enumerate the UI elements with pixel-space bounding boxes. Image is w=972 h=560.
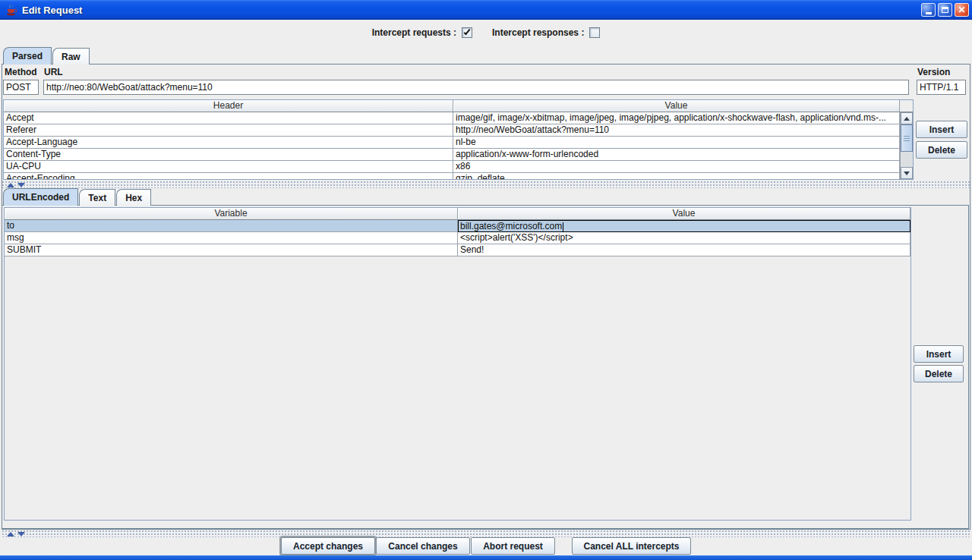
tab-parsed[interactable]: Parsed	[3, 47, 52, 64]
cancel-all-intercepts-button[interactable]: Cancel ALL intercepts	[572, 537, 691, 555]
table-row[interactable]: Accept-Language nl-be	[4, 137, 913, 149]
scroll-up-button[interactable]	[901, 112, 913, 124]
column-header[interactable]: Value	[453, 100, 900, 112]
header-cell[interactable]: Accept-Language	[4, 137, 453, 149]
column-header[interactable]: Variable	[5, 208, 458, 220]
window-controls: ✕	[921, 3, 969, 17]
scrollbar-thumb[interactable]	[901, 124, 913, 152]
content-view-tabs: URLEncoded Text Hex	[3, 188, 152, 206]
version-field[interactable]: HTTP/1.1	[917, 80, 966, 95]
close-button[interactable]: ✕	[955, 3, 969, 17]
scrollpane-corner	[900, 100, 913, 112]
value-cell[interactable]: gzip, deflate	[453, 173, 900, 180]
params-table: Variable Value to bill.gates@microsoft.c…	[4, 207, 911, 521]
arrow-down-icon	[904, 171, 910, 175]
headers-insert-button[interactable]: Insert	[916, 121, 967, 138]
params-table-header: Variable Value	[5, 208, 910, 220]
minimize-icon	[926, 12, 932, 14]
split-divider[interactable]	[2, 181, 970, 188]
version-label: Version	[917, 67, 950, 77]
header-cell[interactable]: Accept-Encoding	[4, 173, 453, 180]
tab-raw[interactable]: Raw	[52, 48, 90, 64]
split-divider[interactable]	[2, 530, 970, 537]
titlebar[interactable]: Edit Request ✕	[0, 0, 972, 20]
value-cell[interactable]: http://neo/WebGoat/attack?menu=110	[453, 124, 900, 137]
value-cell[interactable]: x86	[453, 161, 900, 173]
value-cell[interactable]: image/gif, image/x-xbitmap, image/jpeg, …	[453, 112, 900, 124]
tab-text[interactable]: Text	[79, 189, 115, 206]
value-cell[interactable]: Send!	[458, 244, 910, 256]
table-row[interactable]: SUBMIT Send!	[5, 244, 910, 256]
column-header[interactable]: Header	[4, 100, 453, 112]
cancel-changes-button[interactable]: Cancel changes	[376, 537, 470, 555]
tab-hex[interactable]: Hex	[116, 189, 151, 206]
value-cell-editor[interactable]: bill.gates@microsoft.com	[458, 220, 910, 232]
editor-text: bill.gates@microsoft.com	[460, 221, 562, 231]
java-cup-icon	[5, 4, 17, 17]
intercept-requests-label: Intercept requests :	[372, 27, 456, 38]
vertical-scrollbar[interactable]	[900, 112, 913, 179]
variable-cell[interactable]: SUBMIT	[5, 244, 458, 256]
edit-request-window: Edit Request ✕ Intercept requests : Inte…	[0, 0, 972, 560]
header-cell[interactable]: Content-Type	[4, 149, 453, 161]
collapse-up-icon[interactable]	[7, 532, 14, 536]
table-row[interactable]: msg <script>alert('XSS')</script>	[5, 232, 910, 244]
header-cell[interactable]: UA-CPU	[4, 161, 453, 173]
table-row[interactable]: Content-Type application/x-www-form-urle…	[4, 149, 913, 161]
header-cell[interactable]: Accept	[4, 112, 453, 124]
scroll-down-button[interactable]	[901, 167, 913, 179]
table-row[interactable]: Accept image/gif, image/x-xbitmap, image…	[4, 112, 913, 124]
table-row[interactable]: UA-CPU x86	[4, 161, 913, 173]
text-caret-icon	[563, 222, 563, 231]
table-row[interactable]: Referer http://neo/WebGoat/attack?menu=1…	[4, 124, 913, 137]
value-cell[interactable]: <script>alert('XSS')</script>	[458, 232, 910, 244]
tab-urlencoded[interactable]: URLEncoded	[3, 188, 78, 206]
method-field[interactable]: POST	[3, 80, 39, 95]
table-row[interactable]: Accept-Encoding gzip, deflate	[4, 173, 913, 180]
collapse-up-icon[interactable]	[7, 183, 14, 187]
variable-cell[interactable]: msg	[5, 232, 458, 244]
value-cell[interactable]: nl-be	[453, 137, 900, 149]
url-label: URL	[44, 67, 63, 77]
intercept-responses-label: Intercept responses :	[492, 27, 584, 38]
params-delete-button[interactable]: Delete	[914, 365, 964, 382]
column-header[interactable]: Value	[458, 208, 910, 220]
window-bottom-edge	[0, 555, 972, 560]
accept-changes-button[interactable]: Accept changes	[281, 537, 375, 555]
maximize-icon	[942, 7, 948, 13]
method-label: Method	[5, 67, 37, 77]
arrow-up-icon	[904, 117, 910, 121]
maximize-button[interactable]	[938, 3, 952, 17]
abort-request-button[interactable]: Abort request	[471, 537, 555, 555]
table-row-selected[interactable]: to bill.gates@microsoft.com	[5, 220, 910, 232]
collapse-down-icon[interactable]	[17, 183, 25, 187]
url-field[interactable]: http://neo:80/WebGoat/attack?menu=110	[43, 80, 909, 95]
headers-table-header: Header Value	[4, 100, 913, 112]
request-view-tabs: Parsed Raw	[3, 47, 90, 64]
variable-cell[interactable]: to	[5, 220, 458, 232]
intercept-requests-checkbox[interactable]	[462, 27, 472, 38]
headers-table: Header Value Accept image/gif, image/x-x…	[3, 99, 914, 180]
headers-delete-button[interactable]: Delete	[916, 141, 967, 159]
header-cell[interactable]: Referer	[4, 124, 453, 137]
intercept-responses-checkbox[interactable]	[589, 27, 600, 38]
value-cell[interactable]: application/x-www-form-urlencoded	[453, 149, 900, 161]
params-insert-button[interactable]: Insert	[914, 345, 964, 363]
minimize-button[interactable]	[921, 3, 936, 17]
intercept-options: Intercept requests : Intercept responses…	[0, 24, 972, 41]
collapse-down-icon[interactable]	[17, 532, 25, 536]
check-icon	[464, 28, 471, 35]
window-title: Edit Request	[22, 5, 82, 16]
close-icon: ✕	[958, 5, 965, 14]
